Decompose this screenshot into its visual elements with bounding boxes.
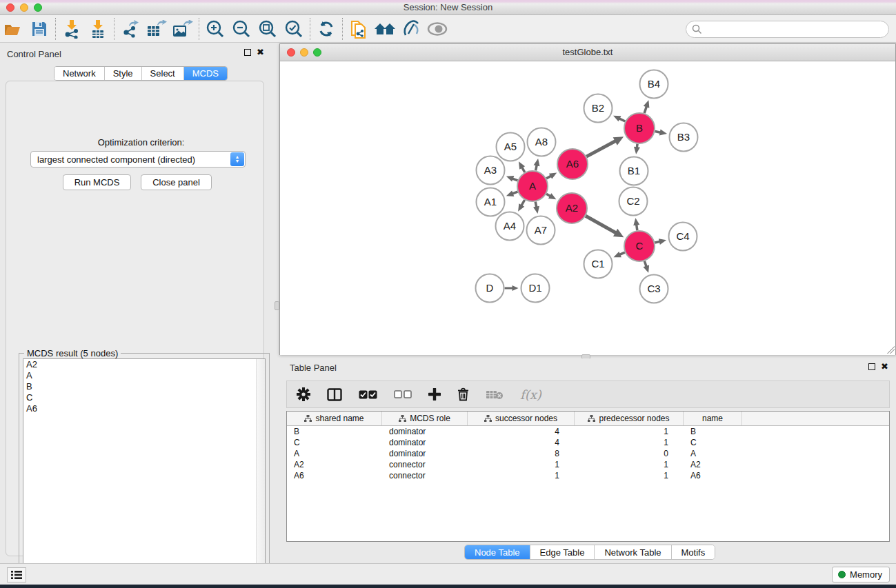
zoom-out-button[interactable] — [228, 17, 255, 41]
table-cell[interactable]: dominator — [382, 426, 468, 437]
table-cell[interactable]: B — [287, 426, 382, 437]
clone-network-button[interactable] — [346, 17, 372, 41]
show-graphics-button[interactable] — [424, 17, 450, 41]
task-history-button[interactable] — [7, 567, 26, 582]
column-header-name[interactable]: name — [684, 412, 742, 425]
float-panel-icon[interactable] — [244, 49, 251, 56]
table-cell[interactable]: connector — [382, 470, 468, 481]
table-cell[interactable]: 1 — [575, 426, 684, 437]
table-cell[interactable]: A6 — [287, 470, 382, 481]
deselect-all-button[interactable] — [394, 390, 412, 398]
graph-edge-A6-B[interactable] — [586, 141, 617, 157]
open-file-button[interactable] — [0, 17, 26, 41]
table-cell[interactable]: A2 — [684, 459, 742, 470]
search-input[interactable] — [686, 21, 889, 38]
table-cell[interactable]: 1 — [468, 470, 575, 481]
graph-node-label: A7 — [535, 224, 547, 236]
mcds-result-title: MCDS result (5 nodes) — [24, 348, 121, 358]
table-cell[interactable]: B — [684, 426, 742, 437]
toolbar-separator — [310, 18, 310, 40]
save-session-button[interactable] — [26, 17, 52, 41]
window-resize-grip[interactable] — [887, 346, 895, 354]
edge-arrowhead — [659, 130, 667, 136]
tab-style[interactable]: Style — [105, 67, 142, 80]
float-table-panel-icon[interactable] — [868, 363, 875, 370]
table-cell[interactable]: 1 — [468, 459, 575, 470]
table-cell[interactable]: A2 — [287, 459, 382, 470]
refresh-button[interactable] — [313, 17, 339, 41]
mcds-result-item[interactable]: A6 — [23, 403, 265, 414]
table-row[interactable]: A6connector11A6 — [287, 470, 889, 481]
zoom-in-button[interactable] — [202, 17, 228, 41]
mcds-result-item[interactable]: B — [23, 381, 265, 392]
tab-motifs[interactable]: Motifs — [672, 545, 715, 559]
graph-node-label: A1 — [484, 196, 497, 207]
network-canvas[interactable]: B4B2BB3A8A5A6A3B1AA1C2A2A4A7C4CC1C3DD1 — [280, 61, 895, 355]
table-cell[interactable]: C — [684, 437, 742, 448]
result-scrollbar[interactable] — [256, 359, 265, 585]
table-cell[interactable]: dominator — [382, 437, 468, 448]
table-row[interactable]: Adominator80A — [287, 448, 889, 459]
close-panel-button[interactable]: Close panel — [141, 174, 212, 190]
close-panel-icon[interactable]: ✖ — [257, 49, 264, 56]
import-table-icon — [89, 19, 107, 39]
function-builder-button[interactable]: f(x) — [520, 387, 541, 402]
table-cell[interactable]: 1 — [575, 459, 684, 470]
table-cell[interactable]: A — [684, 448, 742, 459]
mcds-result-item[interactable]: A2 — [23, 359, 265, 370]
mcds-result-item[interactable]: A — [23, 370, 265, 381]
network-graph[interactable]: B4B2BB3A8A5A6A3B1AA1C2A2A4A7C4CC1C3DD1 — [280, 61, 895, 355]
column-header-MCDS-role[interactable]: MCDS role — [382, 412, 468, 425]
tab-network[interactable]: Network — [54, 67, 105, 80]
export-table-button[interactable] — [143, 17, 170, 41]
table-cell[interactable]: 8 — [468, 448, 575, 459]
tab-mcds[interactable]: MCDS — [184, 67, 227, 80]
mcds-result-list[interactable]: A2ABCA6 — [23, 358, 266, 586]
add-column-button[interactable] — [428, 388, 441, 401]
graph-edge-A2-C[interactable] — [586, 216, 617, 234]
table-cell[interactable]: A — [287, 448, 382, 459]
table-cell[interactable]: connector — [382, 459, 468, 470]
delete-button[interactable] — [457, 387, 469, 401]
graph-node-label: A2 — [566, 202, 578, 214]
delete-table-button[interactable] — [486, 389, 504, 400]
zoom-fit-button[interactable] — [255, 17, 281, 41]
memory-button[interactable]: Memory — [832, 567, 890, 582]
column-header-predecessor-nodes[interactable]: predecessor nodes — [575, 412, 684, 425]
criterion-select[interactable]: largest connected component (directed) ▲… — [30, 151, 246, 168]
zoom-selected-button[interactable] — [281, 17, 307, 41]
select-all-button[interactable] — [359, 390, 377, 399]
tab-edge-table[interactable]: Edge Table — [530, 545, 595, 559]
close-table-panel-icon[interactable]: ✖ — [881, 363, 888, 370]
table-cell[interactable]: 1 — [575, 437, 684, 448]
cybrowser-home-button[interactable] — [372, 17, 398, 41]
run-mcds-button[interactable]: Run MCDS — [63, 174, 131, 190]
mcds-result-item[interactable]: C — [23, 392, 265, 403]
import-table-button[interactable] — [85, 17, 111, 41]
tab-node-table[interactable]: Node Table — [465, 545, 530, 559]
tab-network-table[interactable]: Network Table — [595, 545, 671, 559]
toolbar-separator — [114, 18, 115, 40]
table-cell[interactable]: C — [287, 437, 382, 448]
table-cell[interactable]: A6 — [684, 470, 742, 481]
graph-node-label: A — [529, 180, 536, 192]
export-image-button[interactable] — [170, 17, 196, 41]
table-cell[interactable]: dominator — [382, 448, 468, 459]
column-view-button[interactable] — [327, 388, 342, 401]
column-header-successor-nodes[interactable]: successor nodes — [468, 412, 575, 425]
network-window-titlebar[interactable]: testGlobe.txt — [280, 44, 895, 61]
tab-select[interactable]: Select — [142, 67, 184, 80]
vertical-divider-grip[interactable] — [275, 301, 279, 310]
gear-button[interactable] — [297, 387, 310, 401]
table-row[interactable]: Cdominator41C — [287, 437, 889, 448]
export-network-button[interactable] — [117, 17, 143, 41]
table-row[interactable]: Bdominator41B — [287, 426, 889, 437]
table-cell[interactable]: 1 — [575, 470, 684, 481]
column-header-shared-name[interactable]: shared name — [287, 412, 382, 425]
table-cell[interactable]: 4 — [468, 437, 575, 448]
hide-panels-button[interactable] — [398, 17, 424, 41]
table-cell[interactable]: 4 — [468, 426, 575, 437]
import-network-button[interactable] — [59, 17, 85, 41]
table-cell[interactable]: 0 — [575, 448, 684, 459]
table-row[interactable]: A2connector11A2 — [287, 459, 889, 470]
